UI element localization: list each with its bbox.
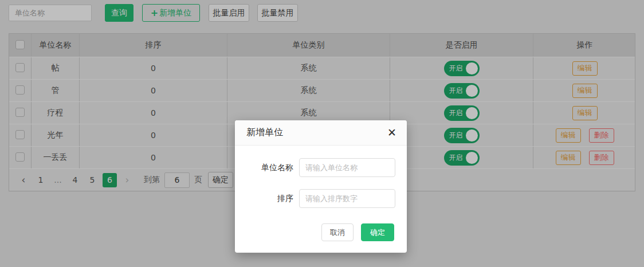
modal-header: 新增单位 ✕ bbox=[235, 120, 407, 146]
cancel-button[interactable]: 取消 bbox=[321, 223, 354, 241]
unit-name-label: 单位名称 bbox=[235, 163, 293, 173]
modal-body: 单位名称 排序 bbox=[235, 146, 407, 221]
confirm-button[interactable]: 确定 bbox=[361, 223, 394, 241]
modal-footer: 取消 确定 bbox=[235, 221, 407, 253]
sort-field[interactable] bbox=[299, 189, 395, 208]
sort-label: 排序 bbox=[235, 194, 293, 204]
unit-management-page: 查询 + 新增单位 批量启用 批量禁用 单位名称 排序 单位类别 是否启用 操作… bbox=[0, 0, 644, 267]
add-unit-modal: 新增单位 ✕ 单位名称 排序 取消 确定 bbox=[235, 120, 407, 253]
modal-title: 新增单位 bbox=[246, 127, 283, 139]
unit-name-field[interactable] bbox=[299, 158, 395, 177]
close-icon[interactable]: ✕ bbox=[387, 127, 396, 138]
